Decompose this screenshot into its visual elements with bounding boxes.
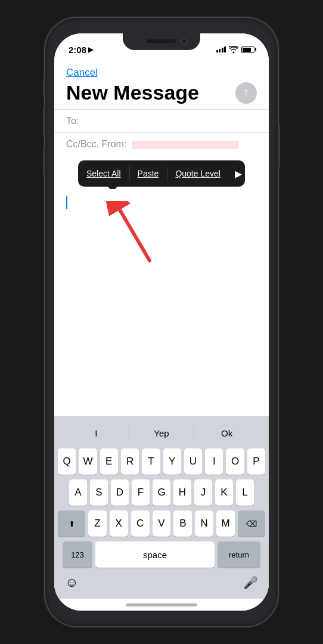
suggestion-ok[interactable]: Ok: [194, 428, 259, 438]
mail-header: Cancel New Message ↑: [54, 60, 269, 109]
return-key[interactable]: return: [218, 541, 260, 568]
mute-button[interactable]: [43, 78, 45, 97]
key-z[interactable]: Z: [88, 510, 107, 537]
to-field[interactable]: To:: [54, 109, 269, 132]
key-n[interactable]: N: [195, 510, 213, 537]
annotation-arrow: [102, 201, 162, 267]
key-v[interactable]: V: [153, 510, 171, 537]
status-time: 2:08 ▶: [69, 45, 93, 55]
key-g[interactable]: G: [153, 479, 170, 506]
key-o[interactable]: O: [226, 448, 244, 475]
keyboard-row-1: Q W E R T Y U I O P: [58, 448, 265, 475]
signal-strength: [216, 47, 226, 52]
send-arrow-icon: ↑: [244, 86, 249, 98]
keyboard-row-4: 123 space return: [58, 541, 265, 568]
numbers-key[interactable]: 123: [63, 541, 92, 568]
key-a[interactable]: A: [69, 479, 87, 506]
mail-compose-view: Cancel New Message ↑ To: Cc/Bcc, From:: [54, 60, 269, 611]
status-icons: [216, 46, 255, 53]
cancel-button[interactable]: Cancel: [66, 67, 98, 79]
key-s[interactable]: S: [90, 479, 108, 506]
key-b[interactable]: B: [173, 510, 192, 537]
battery-fill: [243, 48, 251, 52]
shift-key[interactable]: ⬆: [58, 510, 85, 537]
svg-line-1: [120, 210, 150, 261]
context-menu: Select All Paste Quote Level ▶: [78, 160, 245, 187]
key-i[interactable]: I: [205, 448, 223, 475]
notch: [123, 33, 200, 50]
space-key[interactable]: space: [95, 541, 215, 568]
phone-frame: 2:08 ▶: [45, 18, 278, 626]
from-address-redacted: [132, 141, 239, 149]
paste-button[interactable]: Paste: [129, 160, 167, 187]
key-q[interactable]: Q: [58, 448, 76, 475]
key-x[interactable]: X: [110, 510, 128, 537]
key-p[interactable]: P: [247, 448, 265, 475]
key-c[interactable]: C: [131, 510, 150, 537]
context-menu-container: Select All Paste Quote Level ▶: [54, 158, 269, 189]
emoji-button[interactable]: ☺: [65, 575, 78, 590]
cc-bcc-field[interactable]: Cc/Bcc, From:: [54, 132, 269, 156]
text-cursor: [66, 196, 67, 209]
delete-key[interactable]: ⌫: [238, 510, 265, 537]
more-options-button[interactable]: ▶: [229, 160, 248, 187]
keyboard-bottom-bar: ☺ 🎤: [58, 572, 265, 596]
key-h[interactable]: H: [173, 479, 191, 506]
time-display: 2:08: [69, 45, 86, 55]
compose-body[interactable]: [54, 189, 269, 416]
home-indicator: [126, 603, 197, 606]
speaker: [147, 39, 176, 43]
keyboard-row-2: A S D F G H J K L: [58, 479, 265, 506]
microphone-button[interactable]: 🎤: [243, 575, 258, 590]
phone-screen: 2:08 ▶: [54, 33, 269, 611]
send-button[interactable]: ↑: [235, 82, 257, 104]
keyboard: I Yep Ok Q W E R T Y U I O P: [54, 416, 269, 599]
keyboard-suggestions: I Yep Ok: [58, 421, 265, 445]
keyboard-row-3: ⬆ Z X C V B N M ⌫: [58, 510, 265, 537]
key-w[interactable]: W: [79, 448, 97, 475]
suggestion-i[interactable]: I: [64, 428, 129, 438]
key-e[interactable]: E: [100, 448, 118, 475]
suggestion-yep[interactable]: Yep: [129, 428, 194, 438]
power-button[interactable]: [278, 125, 280, 167]
key-f[interactable]: F: [132, 479, 150, 506]
location-icon: ▶: [88, 46, 93, 54]
key-m[interactable]: M: [216, 510, 235, 537]
compose-title: New Message: [66, 81, 199, 104]
select-all-button[interactable]: Select All: [78, 160, 129, 187]
to-label: To:: [66, 116, 79, 126]
key-t[interactable]: T: [142, 448, 160, 475]
front-camera: [181, 38, 187, 44]
key-u[interactable]: U: [184, 448, 202, 475]
quote-level-button[interactable]: Quote Level: [167, 160, 229, 187]
battery-icon: [241, 47, 254, 53]
compose-title-row: New Message ↑: [66, 81, 257, 104]
key-k[interactable]: K: [215, 479, 233, 506]
key-d[interactable]: D: [111, 479, 129, 506]
key-j[interactable]: J: [194, 479, 212, 506]
key-l[interactable]: L: [236, 479, 254, 506]
wifi-icon: [229, 46, 238, 53]
key-r[interactable]: R: [121, 448, 139, 475]
home-bar: [54, 599, 269, 611]
key-y[interactable]: Y: [163, 448, 181, 475]
volume-down-button[interactable]: [43, 146, 45, 176]
cc-bcc-label: Cc/Bcc, From:: [66, 139, 126, 149]
volume-up-button[interactable]: [43, 107, 45, 137]
